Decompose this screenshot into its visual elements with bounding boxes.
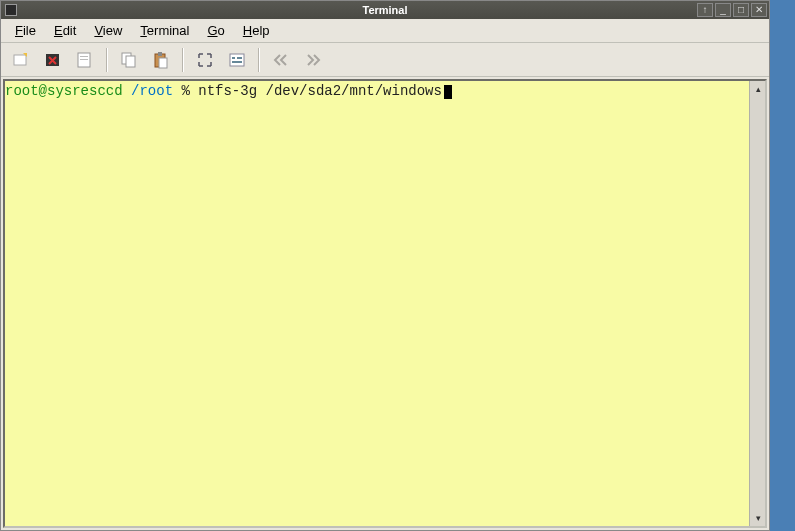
menu-terminal-rest: erminal: [147, 23, 190, 38]
menu-terminal[interactable]: Terminal: [132, 21, 197, 40]
menu-view-rest: iew: [103, 23, 123, 38]
menu-file[interactable]: File: [7, 21, 44, 40]
prompt-path: /root: [131, 83, 173, 99]
scrollbar[interactable]: ▴ ▾: [749, 81, 765, 526]
toolbar-separator: [182, 48, 184, 72]
cursor: [444, 85, 452, 99]
close-button[interactable]: ✕: [751, 3, 767, 17]
next-tab-button[interactable]: [299, 47, 327, 73]
new-tab-icon: [11, 50, 31, 70]
scroll-up-button[interactable]: ▴: [751, 82, 765, 96]
prev-tab-button[interactable]: [267, 47, 295, 73]
svg-rect-14: [232, 61, 242, 63]
svg-rect-12: [232, 57, 235, 59]
svg-rect-7: [126, 56, 135, 67]
toolbar: [1, 43, 769, 77]
svg-rect-0: [14, 55, 26, 65]
svg-rect-11: [230, 54, 244, 66]
fullscreen-button[interactable]: [191, 47, 219, 73]
new-window-icon: [75, 50, 95, 70]
menu-go[interactable]: Go: [199, 21, 232, 40]
prompt-user-host: root@sysresccd: [5, 83, 123, 99]
paste-icon: [151, 50, 171, 70]
new-tab-button[interactable]: [7, 47, 35, 73]
svg-rect-13: [237, 57, 242, 59]
menu-edit[interactable]: Edit: [46, 21, 84, 40]
terminal-area[interactable]: root@sysresccd /root % ntfs-3g /dev/sda2…: [3, 79, 767, 528]
menu-file-rest: ile: [23, 23, 36, 38]
close-tab-icon: [43, 50, 63, 70]
preferences-icon: [227, 50, 247, 70]
svg-rect-10: [159, 58, 167, 68]
menu-go-rest: o: [218, 23, 225, 38]
menu-help-rest: elp: [252, 23, 269, 38]
preferences-button[interactable]: [223, 47, 251, 73]
fullscreen-icon: [195, 50, 215, 70]
menubar: File Edit View Terminal Go Help: [1, 19, 769, 43]
paste-button[interactable]: [147, 47, 175, 73]
chevron-left-icon: [271, 50, 291, 70]
titlebar[interactable]: Terminal ↑ _ □ ✕: [1, 1, 769, 19]
terminal-content[interactable]: root@sysresccd /root % ntfs-3g /dev/sda2…: [5, 81, 749, 526]
window-title: Terminal: [362, 4, 407, 16]
window-controls: ↑ _ □ ✕: [697, 3, 767, 17]
svg-rect-4: [80, 56, 88, 57]
copy-icon: [119, 50, 139, 70]
copy-button[interactable]: [115, 47, 143, 73]
menu-edit-rest: dit: [63, 23, 77, 38]
shade-button[interactable]: ↑: [697, 3, 713, 17]
scroll-down-button[interactable]: ▾: [751, 511, 765, 525]
toolbar-separator: [106, 48, 108, 72]
terminal-window: Terminal ↑ _ □ ✕ File Edit View Terminal…: [0, 0, 770, 531]
menu-help[interactable]: Help: [235, 21, 278, 40]
command-text: ntfs-3g /dev/sda2/mnt/windows: [198, 83, 442, 99]
new-window-button[interactable]: [71, 47, 99, 73]
app-icon: [5, 4, 17, 16]
chevron-right-icon: [303, 50, 323, 70]
svg-rect-5: [80, 59, 88, 60]
svg-rect-9: [158, 52, 162, 56]
close-tab-button[interactable]: [39, 47, 67, 73]
minimize-button[interactable]: _: [715, 3, 731, 17]
toolbar-separator: [258, 48, 260, 72]
prompt-symbol: %: [181, 83, 189, 99]
menu-view[interactable]: View: [86, 21, 130, 40]
maximize-button[interactable]: □: [733, 3, 749, 17]
